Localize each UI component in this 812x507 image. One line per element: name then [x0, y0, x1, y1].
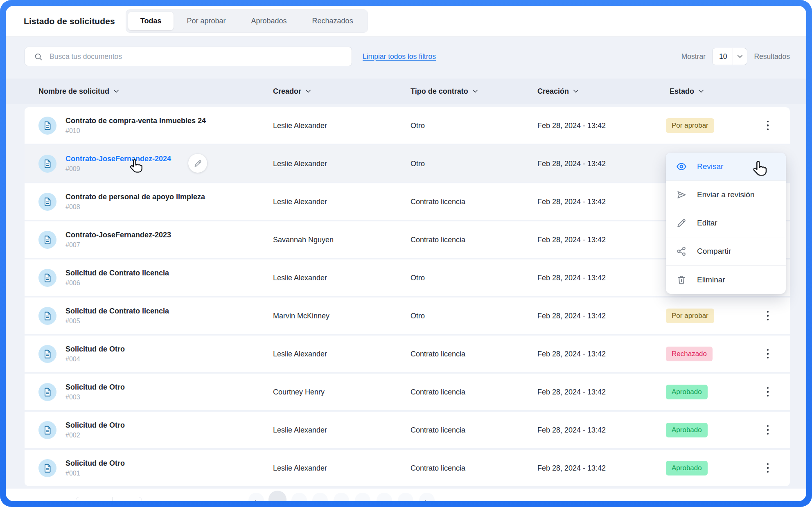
creator-cell: Leslie Alexander [273, 273, 327, 282]
menu-item-eliminar[interactable]: Eliminar [666, 266, 786, 294]
toolbar: Limpiar todos los filtros Mostrar 10 Res… [25, 47, 790, 66]
document-id: #004 [65, 356, 125, 363]
date-cell: Feb 28, 2024 - 13:42 [537, 311, 606, 320]
tab-todas[interactable]: Todas [128, 12, 174, 30]
row-actions-button[interactable] [760, 118, 775, 133]
type-cell: Contrato licencia [411, 235, 465, 244]
pencil-icon [194, 159, 202, 168]
pagination-page-button[interactable] [377, 493, 392, 501]
document-icon [38, 269, 56, 287]
document-name[interactable]: Contrato de compra-venta Inmuebles 24 [65, 116, 206, 125]
table-row[interactable]: Solicitud de Otro#004 Leslie Alexander C… [25, 336, 790, 372]
pagination-bar: ‹ › [6, 489, 806, 501]
menu-item-enviar-a-revision[interactable]: Enviar a revisión [666, 181, 786, 209]
creator-cell: Savannah Nguyen [273, 235, 334, 244]
document-name[interactable]: Solicitud de Otro [65, 421, 125, 430]
tab-por-aprobar[interactable]: Por aprobar [174, 12, 238, 30]
date-cell: Feb 28, 2024 - 13:42 [537, 388, 606, 396]
creator-cell: Leslie Alexander [273, 426, 327, 434]
table-row[interactable]: Solicitud de Otro#002 Leslie Alexander C… [25, 412, 790, 448]
type-cell: Contrato licencia [411, 349, 465, 358]
column-header-tipo[interactable]: Tipo de contrato [411, 79, 478, 104]
document-id: #009 [65, 165, 171, 173]
table-row[interactable]: Solicitud de Otro#003 Courtney Henry Con… [25, 374, 790, 410]
pencil-icon [676, 217, 687, 229]
row-actions-button[interactable] [760, 385, 775, 399]
show-label: Mostrar [681, 52, 706, 61]
page-size-select[interactable]: 10 [712, 48, 747, 65]
document-id: #008 [65, 203, 205, 211]
type-cell: Otro [411, 311, 425, 320]
menu-item-revisar[interactable]: Revisar [666, 153, 786, 181]
tab-aprobados[interactable]: Aprobados [239, 12, 299, 30]
status-badge: Rechazado [666, 347, 713, 361]
document-icon [38, 421, 56, 439]
document-name[interactable]: Solicitud de Otro [65, 345, 125, 354]
page-title: Listado de solicitudes [24, 16, 115, 26]
document-id: #003 [65, 394, 125, 401]
clear-filters-link[interactable]: Limpiar todos los filtros [363, 52, 436, 61]
chevron-down-icon [733, 48, 747, 65]
date-cell: Feb 28, 2024 - 13:42 [537, 197, 606, 206]
type-cell: Contrato licencia [411, 388, 465, 396]
table-header: Nombre de solicitud Creador Tipo de cont… [6, 79, 806, 104]
send-icon [676, 189, 687, 201]
type-cell: Contrato licencia [411, 464, 465, 472]
pagination-next-button[interactable] [419, 493, 435, 501]
type-cell: Otro [411, 273, 425, 282]
date-cell: Feb 28, 2024 - 13:42 [537, 273, 606, 282]
pagination-page-button[interactable] [334, 493, 349, 501]
column-header-nombre[interactable]: Nombre de solicitud [38, 79, 119, 104]
date-cell: Feb 28, 2024 - 13:42 [537, 349, 606, 358]
search-input[interactable] [25, 47, 352, 66]
tab-rechazados[interactable]: Rechazados [300, 12, 365, 30]
menu-item-editar[interactable]: Editar [666, 209, 786, 237]
chevron-right-icon: › [425, 498, 427, 501]
type-cell: Contrato licencia [411, 426, 465, 434]
date-cell: Feb 28, 2024 - 13:42 [537, 426, 606, 434]
document-name[interactable]: Contrato-JoseFernandez-2023 [65, 230, 171, 239]
search-box [25, 47, 352, 66]
table-row[interactable]: Solicitud de Otro#001 Leslie Alexander C… [25, 450, 790, 486]
pagination-page-button[interactable] [355, 493, 370, 501]
document-icon [38, 383, 56, 401]
share-icon [676, 246, 687, 257]
table-row[interactable]: Contrato de compra-venta Inmuebles 24#01… [25, 107, 790, 144]
row-context-menu: Revisar Enviar a revisión Editar Compart… [666, 153, 786, 294]
pagination-prev-next-group[interactable] [76, 497, 142, 501]
app-header: Listado de solicitudes Todas Por aprobar… [6, 6, 806, 37]
document-name[interactable]: Solicitud de Contrato licencia [65, 268, 169, 277]
row-actions-button[interactable] [760, 423, 775, 437]
document-name[interactable]: Solicitud de Otro [65, 383, 125, 392]
document-name[interactable]: Solicitud de Otro [65, 459, 125, 468]
document-id: #007 [65, 241, 171, 249]
menu-item-compartir[interactable]: Compartir [666, 237, 786, 266]
row-actions-button[interactable] [760, 347, 775, 361]
status-badge: Aprobado [666, 423, 708, 437]
document-id: #002 [65, 432, 125, 439]
type-cell: Otro [411, 159, 425, 168]
document-icon [38, 307, 56, 325]
row-actions-button[interactable] [760, 461, 775, 475]
pagination-prev-button[interactable] [248, 493, 264, 501]
pagination-page-button[interactable] [312, 493, 328, 501]
table-row[interactable]: Solicitud de Contrato licencia#005 Marvi… [25, 297, 790, 334]
column-header-creador[interactable]: Creador [273, 79, 311, 104]
document-name[interactable]: Solicitud de Contrato licencia [65, 306, 169, 315]
pagination-page-button[interactable] [268, 491, 286, 501]
creator-cell: Leslie Alexander [273, 197, 327, 206]
document-name-link[interactable]: Contrato-JoseFernandez-2024 [65, 154, 171, 163]
creator-cell: Marvin McKinney [273, 311, 329, 320]
column-header-estado[interactable]: Estado [670, 79, 704, 104]
date-cell: Feb 28, 2024 - 13:42 [537, 235, 606, 244]
document-name[interactable]: Contrato de personal de apoyo limpieza [65, 192, 205, 201]
document-icon [38, 459, 56, 477]
row-actions-button[interactable] [760, 309, 775, 323]
sort-chevron-icon [305, 89, 311, 93]
pagination-page-button[interactable] [398, 493, 413, 501]
chevron-left-icon: ‹ [254, 498, 256, 501]
pagination-page-button[interactable] [291, 493, 307, 501]
edit-name-button[interactable] [188, 154, 207, 173]
app-window: Listado de solicitudes Todas Por aprobar… [6, 6, 806, 501]
column-header-creacion[interactable]: Creación [537, 79, 579, 104]
